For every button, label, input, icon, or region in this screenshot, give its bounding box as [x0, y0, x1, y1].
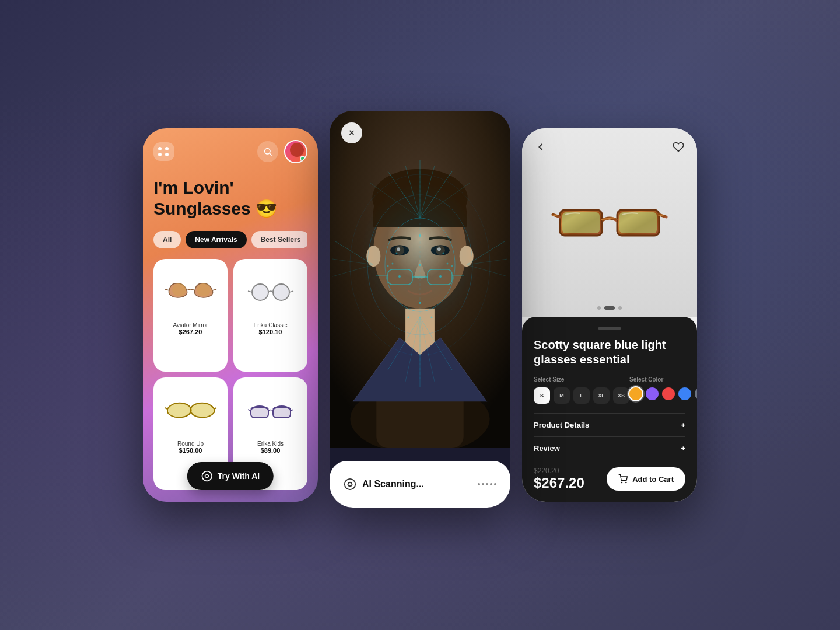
svg-point-62 — [447, 263, 449, 265]
tab-all[interactable]: All — [153, 231, 181, 249]
phone-product-detail: Scotty square blue light glasses essenti… — [522, 128, 697, 502]
color-red[interactable] — [662, 387, 675, 400]
try-ai-label: Try With AI — [218, 471, 260, 481]
price-block: $220.20 $267.20 — [534, 467, 584, 491]
review-label: Review — [534, 444, 560, 453]
product-name-3: Round Up — [177, 440, 204, 447]
product-image-4 — [240, 384, 300, 437]
color-gray[interactable] — [695, 387, 697, 400]
svg-line-10 — [165, 408, 167, 409]
camera-view — [330, 111, 510, 448]
size-l[interactable]: L — [573, 387, 590, 404]
svg-line-2 — [165, 289, 169, 290]
drag-handle[interactable] — [598, 327, 621, 330]
svg-point-58 — [431, 317, 433, 318]
size-label: Select Size — [534, 376, 629, 383]
add-to-cart-button[interactable]: Add to Cart — [607, 467, 685, 491]
size-xs[interactable]: XS — [613, 387, 629, 404]
svg-line-1 — [270, 153, 272, 156]
color-purple[interactable] — [646, 387, 659, 400]
product-price-1: $267.20 — [179, 328, 202, 335]
size-options: S M L XL XS — [534, 387, 629, 404]
svg-point-57 — [408, 317, 410, 318]
size-m[interactable]: M — [554, 387, 570, 404]
svg-point-7 — [273, 284, 289, 300]
search-button[interactable] — [257, 141, 278, 162]
svg-point-80 — [626, 482, 626, 482]
color-label: Select Color — [629, 376, 697, 383]
color-blue[interactable] — [678, 387, 691, 400]
svg-line-11 — [214, 408, 216, 409]
phone-ai-scanner: × AI Scanning... — [330, 111, 510, 508]
expand-details-icon: + — [681, 421, 685, 429]
favorite-button[interactable] — [669, 138, 688, 156]
phone-shopping: I'm Lovin' Sunglasses 😎 All New Arrivals… — [143, 128, 318, 502]
color-options — [629, 387, 697, 400]
svg-point-79 — [622, 482, 622, 482]
image-pagination — [597, 306, 622, 310]
svg-point-5 — [197, 284, 211, 296]
face-image — [330, 111, 510, 448]
expand-review-icon: + — [681, 444, 685, 453]
color-selector: Select Color — [629, 376, 697, 400]
product-price-3: $150.00 — [179, 447, 202, 454]
svg-line-77 — [553, 215, 560, 217]
svg-line-3 — [212, 289, 216, 290]
svg-point-59 — [387, 265, 389, 267]
header-actions — [257, 140, 307, 163]
phones-container: I'm Lovin' Sunglasses 😎 All New Arrivals… — [143, 123, 697, 508]
dot-1[interactable] — [597, 306, 601, 310]
svg-point-0 — [265, 149, 270, 154]
svg-point-72 — [345, 479, 355, 489]
svg-point-60 — [452, 265, 453, 267]
product-name-4: Erika Kids — [257, 440, 284, 447]
size-s[interactable]: S — [534, 387, 550, 404]
ai-scan-icon — [344, 478, 356, 491]
svg-rect-76 — [620, 212, 657, 233]
add-to-cart-label: Add to Cart — [632, 475, 674, 484]
ai-bottom-bar: AI Scanning... — [330, 461, 510, 508]
svg-line-9 — [289, 291, 293, 292]
product-price-4: $89.00 — [261, 447, 281, 454]
tab-new-arrivals[interactable]: New Arrivals — [186, 231, 246, 249]
cart-icon — [618, 474, 628, 484]
new-price: $267.20 — [534, 475, 584, 491]
product-name-1: Aviator Mirror — [173, 322, 208, 328]
product-detail-section: Scotty square blue light glasses essenti… — [522, 317, 697, 502]
product-glasses-image — [551, 194, 668, 252]
svg-line-78 — [659, 215, 666, 217]
try-ai-button[interactable]: Try With AI — [187, 462, 274, 490]
product-details-label: Product Details — [534, 421, 589, 429]
scanning-label: AI Scanning... — [362, 479, 424, 489]
menu-button[interactable] — [153, 142, 174, 161]
product-price-2: $120.10 — [259, 328, 282, 335]
product-details-section[interactable]: Product Details + — [534, 413, 685, 436]
hero-title: I'm Lovin' Sunglasses 😎 — [153, 177, 307, 219]
review-section[interactable]: Review + — [534, 436, 685, 460]
product-image-1 — [160, 266, 220, 318]
product-image-section — [522, 128, 697, 317]
avatar[interactable] — [284, 140, 307, 163]
price-cart-row: $220.20 $267.20 Add to Cart — [534, 460, 685, 491]
svg-point-53 — [398, 275, 401, 278]
phone1-header — [153, 140, 307, 163]
svg-rect-12 — [251, 407, 268, 418]
dot-3[interactable] — [618, 306, 622, 310]
size-xl[interactable]: XL — [593, 387, 610, 404]
product-title: Scotty square blue light glasses essenti… — [534, 338, 685, 367]
svg-point-61 — [392, 263, 394, 265]
svg-point-6 — [252, 284, 268, 300]
svg-point-63 — [419, 235, 421, 237]
svg-rect-13 — [273, 407, 290, 418]
product-card-1[interactable]: Aviator Mirror $267.20 — [153, 259, 228, 372]
close-button[interactable]: × — [341, 123, 362, 144]
ai-scanning-status: AI Scanning... — [344, 478, 424, 491]
product-card-2[interactable]: Erika Classic $120.10 — [233, 259, 307, 372]
color-orange[interactable] — [629, 387, 642, 400]
back-button[interactable] — [531, 138, 550, 156]
svg-rect-74 — [562, 212, 600, 233]
category-tabs: All New Arrivals Best Sellers — [153, 231, 307, 249]
dot-2[interactable] — [604, 306, 615, 310]
size-selector: Select Size S M L XL XS — [534, 376, 629, 404]
tab-best-sellers[interactable]: Best Sellers — [251, 231, 307, 249]
